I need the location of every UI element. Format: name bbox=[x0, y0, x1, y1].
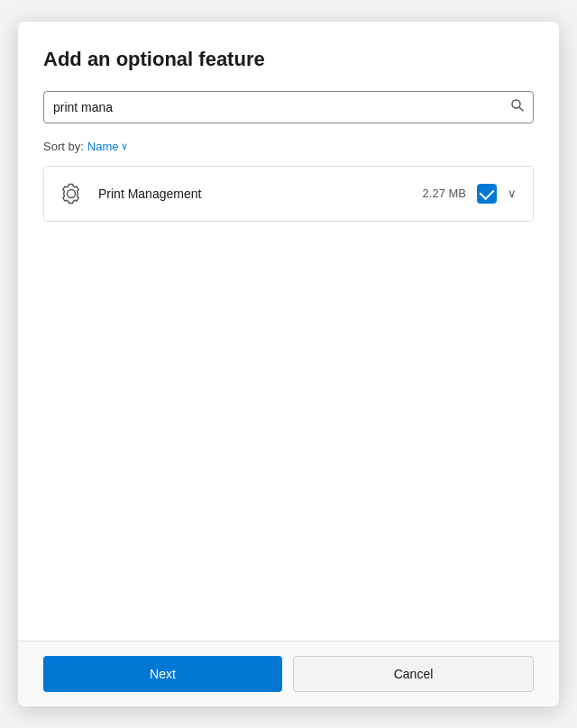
feature-checkbox[interactable] bbox=[477, 184, 497, 204]
search-input[interactable] bbox=[43, 91, 534, 123]
feature-item: Print Management 2.27 MB ∨ bbox=[44, 167, 533, 221]
cancel-button[interactable]: Cancel bbox=[293, 656, 534, 692]
add-optional-feature-dialog: Add an optional feature Sort by: Name ∨ bbox=[18, 22, 559, 706]
sort-bar: Sort by: Name ∨ bbox=[43, 140, 534, 153]
feature-list: Print Management 2.27 MB ∨ bbox=[43, 166, 534, 222]
sort-by-dropdown[interactable]: Name ∨ bbox=[87, 140, 132, 153]
sort-value: Name bbox=[87, 140, 119, 153]
dialog-content: Add an optional feature Sort by: Name ∨ bbox=[18, 22, 559, 641]
feature-size: 2.27 MB bbox=[423, 187, 466, 200]
dialog-footer: Next Cancel bbox=[18, 642, 559, 706]
sort-label: Sort by: bbox=[43, 140, 84, 153]
chevron-down-icon: ∨ bbox=[121, 141, 128, 152]
feature-icon bbox=[57, 179, 86, 208]
search-container bbox=[43, 91, 534, 123]
spacer bbox=[43, 222, 534, 623]
dialog-title: Add an optional feature bbox=[43, 47, 534, 73]
feature-name: Print Management bbox=[98, 187, 423, 201]
expand-chevron-icon[interactable]: ∨ bbox=[504, 183, 520, 204]
next-button[interactable]: Next bbox=[43, 656, 282, 692]
